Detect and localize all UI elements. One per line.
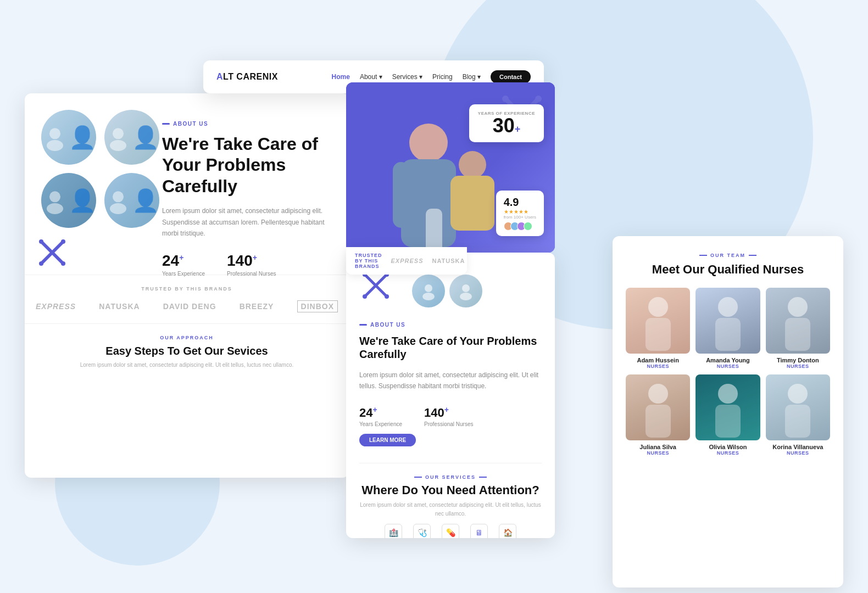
- svg-point-7: [110, 203, 126, 214]
- nurse-name-4: Juliana Silva: [626, 444, 690, 450]
- nav-link-pricing[interactable]: Pricing: [432, 73, 453, 81]
- svg-rect-39: [715, 318, 741, 351]
- rating-number: 4.9: [504, 196, 536, 209]
- nurse-photo-1: [626, 288, 690, 354]
- svg-point-36: [648, 297, 668, 317]
- nurse-name-1: Adam Hussein: [626, 357, 690, 363]
- team-content: OUR TEAM Meet Our Qualified Nurses Adam …: [613, 236, 843, 467]
- service-icon-3: 💊: [442, 524, 459, 538]
- svg-point-2: [113, 128, 124, 139]
- svg-point-33: [422, 293, 435, 300]
- nurse-photo-6: [766, 374, 830, 440]
- nurse-role-4: NURSES: [626, 450, 690, 456]
- mid-heading: We're Take Care of Your Problems Careful…: [359, 334, 542, 361]
- card-about-main: ABOUT US We're Take Care of Your Problem…: [25, 93, 349, 478]
- mid-section-label: ABOUT US: [359, 322, 542, 328]
- nav-link-services[interactable]: Services ▾: [392, 73, 422, 81]
- service-icon-1: 🏥: [385, 524, 402, 538]
- mid-stats: 24+ Years Experience 140+ Professional N…: [359, 405, 542, 427]
- rating-from: from 100+ Users: [504, 215, 536, 220]
- rating-avatars: [504, 222, 536, 231]
- nurse-role-5: NURSES: [695, 450, 760, 456]
- service-icon-4: 🖥: [470, 524, 488, 538]
- nurse-role-2: NURSES: [695, 363, 760, 369]
- cross-icon: [36, 236, 69, 271]
- svg-rect-41: [785, 318, 810, 351]
- circle-img-3: [41, 173, 96, 228]
- nurse-role-3: NURSES: [766, 363, 830, 369]
- rating-avatar-4: [524, 222, 532, 231]
- svg-point-38: [718, 297, 738, 317]
- nurse-card-3: Timmy Donton NURSES: [766, 288, 830, 369]
- svg-point-30: [363, 294, 367, 299]
- svg-point-6: [113, 191, 124, 202]
- circle-images-grid: [41, 110, 162, 231]
- years-experience-badge: YEARS OF EXPERIENCE 30+: [469, 104, 544, 142]
- svg-point-35: [460, 293, 472, 300]
- steps-section: OUR APPROACH Easy Steps To Get Our Sevic…: [25, 323, 349, 375]
- mid-content: ABOUT US We're Take Care of Your Problem…: [346, 253, 555, 538]
- rating-badge: 4.9 ★★★★★ from 100+ Users: [496, 191, 544, 236]
- scene: ABOUT US We're Take Care of Your Problem…: [0, 0, 868, 593]
- steps-label: OUR APPROACH: [36, 335, 338, 340]
- mid-illustration: [359, 269, 542, 313]
- mid-circle-2: [449, 275, 482, 307]
- svg-point-32: [425, 284, 432, 292]
- steps-heading: Easy Steps To Get Our Sevices: [36, 345, 338, 357]
- svg-rect-37: [646, 318, 671, 351]
- nurse-name-6: Korina Villanueva: [766, 444, 830, 450]
- svg-point-44: [718, 384, 738, 404]
- svg-point-10: [39, 239, 43, 244]
- svg-point-3: [110, 140, 126, 151]
- nurse-card-6: Korina Villanueva NURSES: [766, 374, 830, 456]
- svg-point-4: [49, 191, 60, 202]
- services-bottom: OUR SERVICES Where Do You Need Attention…: [359, 463, 542, 538]
- nurse-photo-5: [695, 374, 760, 440]
- svg-rect-47: [785, 405, 810, 438]
- nav-link-about[interactable]: About ▾: [360, 73, 382, 81]
- main-heading: We're Take Care of Your Problems Careful…: [162, 133, 327, 197]
- nurse-name-5: Olivia Wilson: [695, 444, 760, 450]
- nurse-photo-3: [766, 288, 830, 354]
- stat-nurses: 140+ Professional Nurses: [227, 252, 276, 277]
- svg-rect-43: [646, 405, 671, 438]
- svg-point-12: [39, 261, 43, 266]
- stats-row: 24+ Years Experience 140+ Professional N…: [162, 252, 327, 277]
- mid-stat-nurses: 140+ Professional Nurses: [424, 405, 473, 427]
- nurse-name-2: Amanda Young: [695, 357, 760, 363]
- brand-natuska: NATUSKA: [99, 302, 140, 311]
- team-heading: Meet Our Qualified Nurses: [626, 262, 830, 277]
- services-label: OUR SERVICES: [359, 474, 542, 480]
- svg-rect-23: [426, 209, 442, 253]
- brand-bar-label: TRUSTED BY THIS BRANDS: [355, 253, 382, 269]
- learn-more-btn[interactable]: LEARN MORE: [359, 434, 416, 446]
- nurse-card-1: Adam Hussein NURSES: [626, 288, 690, 369]
- nav-contact-btn[interactable]: Contact: [491, 70, 531, 83]
- mid-circle-1: [412, 275, 445, 307]
- nurse-photo-2: [695, 288, 760, 354]
- brand-express: EXPRESS: [36, 302, 76, 311]
- service-icon-2: 🩺: [413, 524, 431, 538]
- card-team: OUR TEAM Meet Our Qualified Nurses Adam …: [613, 236, 843, 588]
- mid-stat-experience: 24+ Years Experience: [359, 405, 402, 427]
- rating-stars: ★★★★★: [504, 209, 536, 215]
- brand-daviddeng: DAVID DENG: [163, 302, 216, 311]
- steps-desc: Lorem ipsum dolor sit amet, consectetur …: [36, 361, 338, 370]
- svg-point-5: [47, 203, 63, 214]
- services-desc: Lorem ipsum dolor sit amet, consectetur …: [359, 501, 542, 518]
- years-number: 30+: [478, 116, 535, 136]
- about-section-label: ABOUT US: [162, 121, 327, 127]
- mid-desc: Lorem ipsum dolor sit amet, consectetur …: [359, 370, 542, 392]
- partial-brand-natuska: NATUSKA: [432, 258, 465, 264]
- nav-link-home[interactable]: Home: [332, 73, 350, 81]
- svg-point-40: [788, 297, 808, 317]
- team-section-label: OUR TEAM: [626, 253, 830, 258]
- nav-links: Home About ▾ Services ▾ Pricing Blog ▾ C…: [332, 70, 531, 83]
- mid-circle-images: [412, 275, 482, 307]
- nurse-name-3: Timmy Donton: [766, 357, 830, 363]
- nav-link-blog[interactable]: Blog ▾: [463, 73, 481, 81]
- nurse-role-1: NURSES: [626, 363, 690, 369]
- svg-point-20: [409, 124, 448, 162]
- svg-point-13: [61, 261, 65, 266]
- nurse-photo-4: [626, 374, 690, 440]
